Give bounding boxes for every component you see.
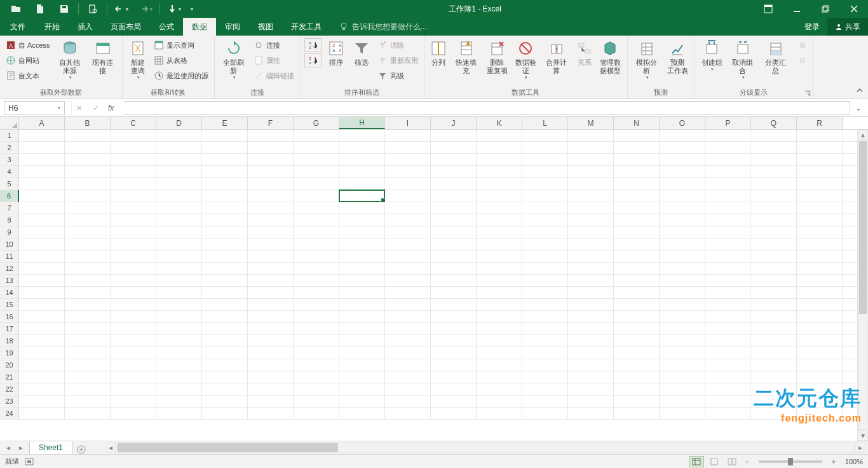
remove-duplicates-button[interactable]: 删除 重复项: [484, 38, 510, 76]
view-normal-icon[interactable]: [689, 456, 704, 467]
view-page-layout-icon[interactable]: [707, 456, 722, 467]
tab-pagelayout[interactable]: 页面布局: [102, 18, 150, 36]
row-body[interactable]: [19, 371, 868, 383]
scroll-up-icon[interactable]: ▴: [858, 130, 868, 140]
data-model-button[interactable]: 管理数 据模型: [597, 38, 623, 76]
recent-sources-button[interactable]: 最近使用的源: [152, 69, 210, 83]
qat-touch-mode-icon[interactable]: ▾: [162, 0, 186, 18]
column-header-B[interactable]: B: [65, 117, 111, 129]
qat-save-icon[interactable]: [52, 0, 76, 18]
row-body[interactable]: [19, 251, 868, 263]
row-body[interactable]: [19, 396, 868, 408]
new-query-button[interactable]: 新建 查询▾: [126, 38, 149, 82]
group-button[interactable]: 创建组▾: [699, 38, 725, 74]
zoom-in-button[interactable]: +: [829, 458, 839, 465]
hide-detail-button[interactable]: [796, 53, 809, 67]
column-header-R[interactable]: R: [797, 117, 843, 129]
zoom-out-button[interactable]: −: [742, 458, 752, 465]
sort-asc-button[interactable]: AZ: [304, 38, 322, 52]
column-header-K[interactable]: K: [477, 117, 522, 129]
zoom-level[interactable]: 100%: [845, 458, 863, 465]
qat-new-icon[interactable]: [28, 0, 52, 18]
column-header-L[interactable]: L: [522, 117, 568, 129]
subtotal-button[interactable]: 分类汇总: [761, 38, 791, 76]
row-header-17[interactable]: 17: [0, 323, 19, 335]
column-header-H[interactable]: H: [339, 117, 385, 129]
confirm-formula-icon[interactable]: ✓: [88, 101, 103, 115]
qat-open-icon[interactable]: [4, 0, 28, 18]
sheet-nav-last-icon[interactable]: ▸: [15, 442, 27, 453]
maximize-icon[interactable]: [811, 0, 839, 18]
qat-redo-icon[interactable]: ▾: [133, 0, 158, 18]
column-header-J[interactable]: J: [431, 117, 477, 129]
row-header-20[interactable]: 20: [0, 359, 19, 371]
login-button[interactable]: 登录: [797, 22, 827, 32]
column-header-M[interactable]: M: [568, 117, 614, 129]
tab-formulas[interactable]: 公式: [150, 18, 183, 36]
row-body[interactable]: [19, 202, 868, 214]
column-header-P[interactable]: P: [705, 117, 751, 129]
row-body[interactable]: [19, 408, 868, 420]
name-box-dropdown-icon[interactable]: ▾: [58, 105, 60, 111]
tell-me-search[interactable]: 告诉我您想要做什么...: [330, 18, 427, 36]
row-body[interactable]: [19, 178, 868, 190]
row-body[interactable]: [19, 154, 868, 166]
tab-data[interactable]: 数据: [183, 18, 216, 36]
from-access-button[interactable]: A自 Access: [4, 38, 52, 52]
row-header-3[interactable]: 3: [0, 154, 19, 166]
row-body[interactable]: [19, 383, 868, 396]
vertical-scrollbar[interactable]: ▴ ▾: [857, 130, 868, 441]
show-detail-button[interactable]: [796, 38, 809, 52]
column-header-I[interactable]: I: [385, 117, 431, 129]
refresh-all-button[interactable]: 全部刷新▾: [219, 38, 249, 82]
row-body[interactable]: [19, 214, 868, 226]
row-header-11[interactable]: 11: [0, 251, 19, 263]
row-body[interactable]: [19, 347, 868, 359]
sort-button[interactable]: ZAAZ 排序: [325, 38, 348, 68]
row-header-4[interactable]: 4: [0, 166, 19, 178]
column-header-G[interactable]: G: [294, 117, 339, 129]
tab-insert[interactable]: 插入: [69, 18, 102, 36]
sheet-tab-sheet1[interactable]: Sheet1: [29, 441, 72, 454]
row-body[interactable]: [19, 238, 868, 251]
select-all-corner[interactable]: [0, 117, 19, 129]
row-header-9[interactable]: 9: [0, 226, 19, 238]
qat-print-preview-icon[interactable]: [81, 0, 105, 18]
column-header-Q[interactable]: Q: [751, 117, 797, 129]
row-header-1[interactable]: 1: [0, 130, 19, 142]
advanced-filter-button[interactable]: 高级: [376, 69, 420, 83]
from-text-button[interactable]: 自文本: [4, 69, 52, 83]
row-body[interactable]: [19, 166, 868, 178]
row-header-8[interactable]: 8: [0, 214, 19, 226]
text-to-columns-button[interactable]: 分列: [428, 38, 449, 68]
ribbon-display-options-icon[interactable]: [754, 0, 782, 18]
clear-filter-button[interactable]: 清除: [376, 38, 420, 52]
cancel-formula-icon[interactable]: ✕: [71, 101, 86, 115]
row-header-22[interactable]: 22: [0, 383, 19, 396]
data-validation-button[interactable]: 数据验 证▾: [513, 38, 539, 82]
edit-links-button[interactable]: 编辑链接: [252, 69, 296, 83]
flash-fill-button[interactable]: 快速填充: [451, 38, 482, 76]
column-header-O[interactable]: O: [660, 117, 705, 129]
horizontal-scrollbar[interactable]: ◂ ▸: [103, 441, 868, 454]
sheet-nav-first-icon[interactable]: ◂: [3, 442, 14, 453]
view-page-break-icon[interactable]: [724, 456, 740, 467]
row-header-18[interactable]: 18: [0, 335, 19, 347]
share-button[interactable]: 共享: [827, 18, 868, 36]
column-header-N[interactable]: N: [614, 117, 660, 129]
consolidate-button[interactable]: 合并计算: [541, 38, 572, 76]
from-table-button[interactable]: 从表格: [152, 53, 210, 67]
column-header-A[interactable]: A: [19, 117, 65, 129]
sort-desc-button[interactable]: ZA: [304, 53, 322, 67]
scroll-left-icon[interactable]: ◂: [105, 443, 116, 453]
tab-review[interactable]: 审阅: [216, 18, 249, 36]
whatif-button[interactable]: 模拟分析▾: [632, 38, 662, 82]
tab-view[interactable]: 视图: [249, 18, 282, 36]
formula-input[interactable]: [124, 101, 850, 115]
row-body[interactable]: [19, 142, 868, 154]
row-header-14[interactable]: 14: [0, 287, 19, 299]
row-body[interactable]: [19, 226, 868, 238]
expand-formula-bar-icon[interactable]: ⌄: [853, 104, 864, 113]
filter-button[interactable]: 筛选: [350, 38, 373, 68]
row-header-19[interactable]: 19: [0, 347, 19, 359]
